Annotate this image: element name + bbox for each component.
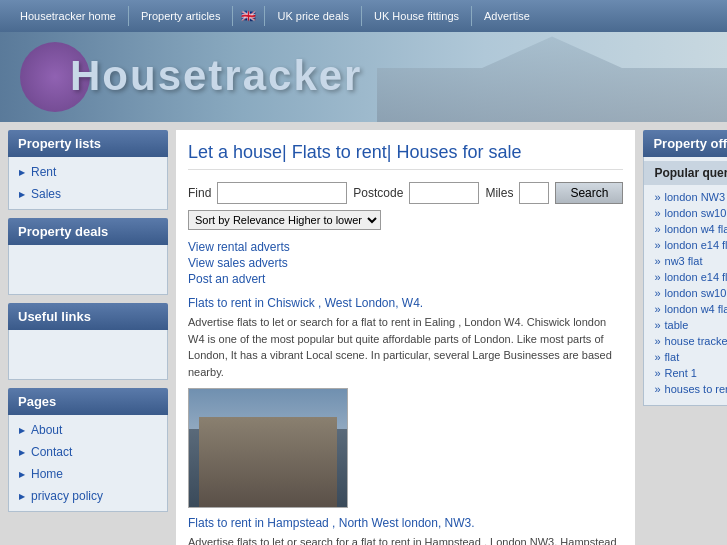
center-content: Let a house| Flats to rent| Houses for s… xyxy=(176,130,635,545)
right-sidebar-header: Property offers xyxy=(643,130,727,157)
sidebar-section-pages: Pages About Contact Home privacy policy xyxy=(8,388,168,512)
right-sidebar-content: Popular queries london NW3 flat london s… xyxy=(643,157,727,406)
article-chiswick-link[interactable]: Flats to rent in Chiswick , West London,… xyxy=(188,296,423,310)
sidebar-content-useful-links xyxy=(8,330,168,380)
search-find-input[interactable] xyxy=(217,182,347,204)
popular-link-10[interactable]: flat xyxy=(644,349,727,365)
sidebar-link-about[interactable]: About xyxy=(9,419,167,441)
nav-bar: Housetracker home Property articles 🇬🇧 U… xyxy=(0,0,727,32)
search-miles-input[interactable] xyxy=(519,182,549,204)
post-advert-link[interactable]: Post an advert xyxy=(188,272,623,286)
sidebar-header-property-lists: Property lists xyxy=(8,130,168,157)
sort-bar: Sort by Relevance Higher to lower xyxy=(188,210,623,230)
sidebar-content-property-lists: Rent Sales xyxy=(8,157,168,210)
sort-select[interactable]: Sort by Relevance Higher to lower xyxy=(188,210,381,230)
sidebar-link-rent[interactable]: Rent xyxy=(9,161,167,183)
sidebar-link-privacy[interactable]: privacy policy xyxy=(9,485,167,507)
site-title: Housetracker xyxy=(70,52,362,100)
header-banner: Housetracker xyxy=(0,32,727,122)
sidebar-section-property-deals: Property deals xyxy=(8,218,168,295)
nav-flag[interactable]: 🇬🇧 xyxy=(233,9,264,23)
popular-link-6[interactable]: london sw10 flat xyxy=(644,285,727,301)
search-bar: Find Postcode Miles Search xyxy=(188,182,623,204)
view-sales-link[interactable]: View sales adverts xyxy=(188,256,623,270)
house-silhouette xyxy=(377,32,727,122)
nav-articles[interactable]: Property articles xyxy=(129,4,232,28)
left-sidebar: Property lists Rent Sales Property deals… xyxy=(8,130,168,545)
nav-fittings[interactable]: UK House fittings xyxy=(362,4,471,28)
article-hampstead: Flats to rent in Hampstead , North West … xyxy=(188,516,623,545)
sidebar-header-property-deals: Property deals xyxy=(8,218,168,245)
search-postcode-input[interactable] xyxy=(409,182,479,204)
sidebar-section-property-lists: Property lists Rent Sales xyxy=(8,130,168,210)
sidebar-link-sales[interactable]: Sales xyxy=(9,183,167,205)
view-rental-link[interactable]: View rental adverts xyxy=(188,240,623,254)
postcode-label: Postcode xyxy=(353,186,403,200)
nav-advertise[interactable]: Advertise xyxy=(472,4,542,28)
building-body xyxy=(199,417,337,507)
popular-link-1[interactable]: london sw10 flat xyxy=(644,205,727,221)
popular-link-8[interactable]: table xyxy=(644,317,727,333)
article-hampstead-desc: Advertise flats to let or search for a f… xyxy=(188,534,623,545)
find-label: Find xyxy=(188,186,211,200)
popular-link-0[interactable]: london NW3 flat xyxy=(644,189,727,205)
popular-link-11[interactable]: Rent 1 xyxy=(644,365,727,381)
popular-link-5[interactable]: london e14 flat xyxy=(644,269,727,285)
nav-home[interactable]: Housetracker home xyxy=(8,4,128,28)
popular-link-7[interactable]: london w4 flat xyxy=(644,301,727,317)
sidebar-link-contact[interactable]: Contact xyxy=(9,441,167,463)
right-sidebar: Property offers Popular queries london N… xyxy=(643,130,727,545)
sidebar-content-pages: About Contact Home privacy policy xyxy=(8,415,168,512)
search-button[interactable]: Search xyxy=(555,182,623,204)
nav-price-deals[interactable]: UK price deals xyxy=(265,4,361,28)
sidebar-content-property-deals xyxy=(8,245,168,295)
main-layout: Property lists Rent Sales Property deals… xyxy=(0,122,727,545)
popular-link-9[interactable]: house tracker xyxy=(644,333,727,349)
building-image xyxy=(188,388,348,508)
popular-queries-header: Popular queries xyxy=(644,161,727,185)
sidebar-section-useful-links: Useful links xyxy=(8,303,168,380)
article-chiswick: Flats to rent in Chiswick , West London,… xyxy=(188,296,623,380)
article-chiswick-desc: Advertise flats to let or search for a f… xyxy=(188,314,623,380)
sidebar-header-useful-links: Useful links xyxy=(8,303,168,330)
sidebar-link-home[interactable]: Home xyxy=(9,463,167,485)
page-heading: Let a house| Flats to rent| Houses for s… xyxy=(188,142,623,170)
popular-link-12[interactable]: houses to rent xyxy=(644,381,727,397)
popular-link-3[interactable]: london e14 flat xyxy=(644,237,727,253)
sidebar-header-pages: Pages xyxy=(8,388,168,415)
miles-label: Miles xyxy=(485,186,513,200)
article-hampstead-link[interactable]: Flats to rent in Hampstead , North West … xyxy=(188,516,475,530)
popular-link-2[interactable]: london w4 flat xyxy=(644,221,727,237)
popular-link-4[interactable]: nw3 flat xyxy=(644,253,727,269)
